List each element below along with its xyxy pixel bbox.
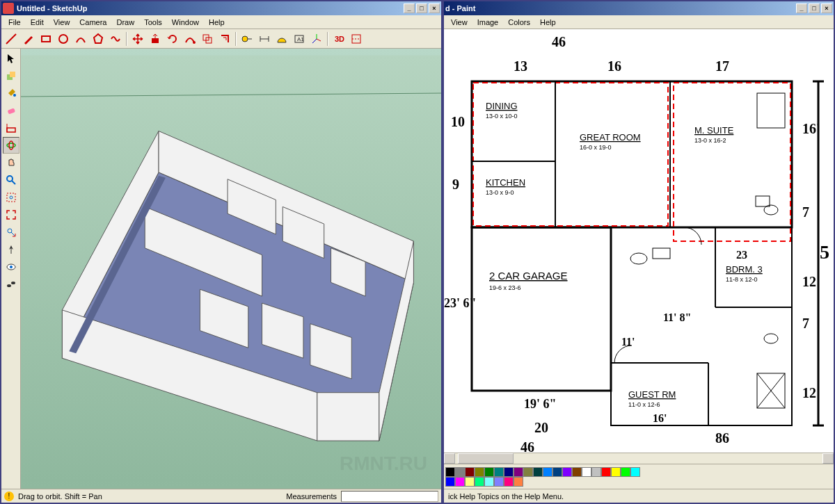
menu-help[interactable]: Help <box>536 17 560 28</box>
color-swatch[interactable] <box>514 467 523 477</box>
menu-view[interactable]: View <box>447 17 472 28</box>
sketchup-side-toolbar <box>1 49 21 489</box>
axes-tool-icon[interactable] <box>308 31 325 47</box>
color-swatch[interactable] <box>455 467 465 477</box>
orbit-tool-icon[interactable] <box>3 137 19 154</box>
color-swatch[interactable] <box>504 477 514 487</box>
followme-tool-icon[interactable] <box>182 31 198 47</box>
color-swatch[interactable] <box>601 467 611 477</box>
color-swatch[interactable] <box>445 467 455 477</box>
minimize-button[interactable]: _ <box>796 3 807 13</box>
color-swatch[interactable] <box>484 477 494 487</box>
walk-icon[interactable] <box>3 276 19 293</box>
scroll-left-arrow-icon[interactable] <box>444 453 455 464</box>
section-tool-icon[interactable] <box>348 31 365 47</box>
scroll-right-arrow-icon[interactable] <box>822 453 834 464</box>
previous-view-icon[interactable] <box>3 224 19 241</box>
pushpull-tool-icon[interactable] <box>147 31 164 47</box>
scroll-thumb[interactable] <box>458 453 514 464</box>
close-button[interactable]: × <box>429 3 440 13</box>
color-swatch[interactable] <box>533 467 543 477</box>
scale-tool-icon[interactable] <box>199 31 216 47</box>
line-tool-icon[interactable] <box>3 31 19 47</box>
zoom-extents-icon[interactable] <box>3 206 19 223</box>
color-swatch[interactable] <box>465 477 475 487</box>
watermark: RMNT.RU <box>340 453 427 475</box>
menu-image[interactable]: Image <box>473 17 503 28</box>
maximize-button[interactable]: □ <box>809 3 820 13</box>
svg-point-28 <box>9 141 13 149</box>
svg-rect-55 <box>444 29 834 453</box>
sketchup-viewport[interactable]: RMNT.RU <box>21 49 441 489</box>
tape-tool-icon[interactable] <box>239 31 255 47</box>
component-tool-icon[interactable] <box>3 67 19 84</box>
eraser-tool-icon[interactable] <box>3 102 19 119</box>
svg-point-5 <box>193 41 196 44</box>
svg-marker-43 <box>159 131 413 282</box>
color-swatch[interactable] <box>445 477 455 487</box>
color-swatch[interactable] <box>475 467 484 477</box>
color-swatch[interactable] <box>494 477 504 487</box>
minimize-button[interactable]: _ <box>404 3 415 13</box>
svg-marker-3 <box>94 34 102 43</box>
offset-tool-icon[interactable] <box>216 31 233 47</box>
look-around-icon[interactable] <box>3 259 19 275</box>
text-tool-icon[interactable]: A1 <box>291 31 308 47</box>
rotate-tool-icon[interactable] <box>164 31 181 47</box>
svg-text:19-6 x 23-6: 19-6 x 23-6 <box>489 284 521 291</box>
color-swatch[interactable] <box>562 467 572 477</box>
rect-tool-side-icon[interactable] <box>3 120 19 136</box>
color-swatch[interactable] <box>572 467 582 477</box>
color-swatch[interactable] <box>523 467 533 477</box>
menu-file[interactable]: File <box>4 17 25 28</box>
rect-tool-icon[interactable] <box>38 31 54 47</box>
svg-text:19' 6": 19' 6" <box>524 397 557 411</box>
menu-edit[interactable]: Edit <box>26 17 48 28</box>
color-swatch[interactable] <box>621 467 630 477</box>
color-swatch[interactable] <box>630 467 640 477</box>
paint-canvas[interactable]: DINING 13-0 x 10-0 GREAT ROOM 16-0 x 19-… <box>444 29 834 453</box>
measurements-input[interactable] <box>341 491 438 502</box>
pan-tool-icon[interactable] <box>3 154 19 171</box>
menu-help[interactable]: Help <box>205 17 229 28</box>
color-swatch[interactable] <box>455 477 465 487</box>
color-swatch[interactable] <box>514 477 523 487</box>
color-swatch[interactable] <box>591 467 601 477</box>
color-swatch[interactable] <box>484 467 494 477</box>
color-swatch[interactable] <box>465 467 475 477</box>
dimension-tool-icon[interactable] <box>256 31 273 47</box>
paint-titlebar[interactable]: d - Paint _ □ × <box>444 1 834 15</box>
color-swatch[interactable] <box>475 477 484 487</box>
position-camera-icon[interactable] <box>3 241 19 258</box>
zoom-window-icon[interactable] <box>3 189 19 206</box>
menu-view[interactable]: View <box>49 17 74 28</box>
menu-camera[interactable]: Camera <box>75 17 111 28</box>
color-swatch[interactable] <box>494 467 504 477</box>
menu-draw[interactable]: Draw <box>112 17 138 28</box>
color-swatch[interactable] <box>543 467 552 477</box>
move-tool-icon[interactable] <box>129 31 146 47</box>
paintbucket-tool-icon[interactable] <box>3 85 19 101</box>
color-swatch[interactable] <box>504 467 514 477</box>
arc-tool-icon[interactable] <box>72 31 89 47</box>
sketchup-titlebar[interactable]: Untitled - SketchUp _ □ × <box>1 1 441 15</box>
svg-rect-1 <box>42 36 50 42</box>
maximize-button[interactable]: □ <box>416 3 427 13</box>
color-swatch[interactable] <box>582 467 591 477</box>
menu-tools[interactable]: Tools <box>140 17 166 28</box>
warning-icon[interactable]: ! <box>4 491 14 501</box>
color-swatch[interactable] <box>552 467 562 477</box>
pencil-tool-icon[interactable] <box>20 31 37 47</box>
select-tool-icon[interactable] <box>3 50 19 67</box>
protractor-tool-icon[interactable] <box>273 31 290 47</box>
polygon-tool-icon[interactable] <box>90 31 106 47</box>
color-swatch[interactable] <box>611 467 621 477</box>
menu-window[interactable]: Window <box>168 17 203 28</box>
close-button[interactable]: × <box>821 3 832 13</box>
zoom-tool-icon[interactable] <box>3 172 19 188</box>
menu-colors[interactable]: Colors <box>504 17 534 28</box>
paint-h-scrollbar[interactable] <box>444 453 834 464</box>
3dtext-tool-icon[interactable]: 3D <box>331 31 347 47</box>
circle-tool-icon[interactable] <box>55 31 72 47</box>
freehand-tool-icon[interactable] <box>107 31 124 47</box>
